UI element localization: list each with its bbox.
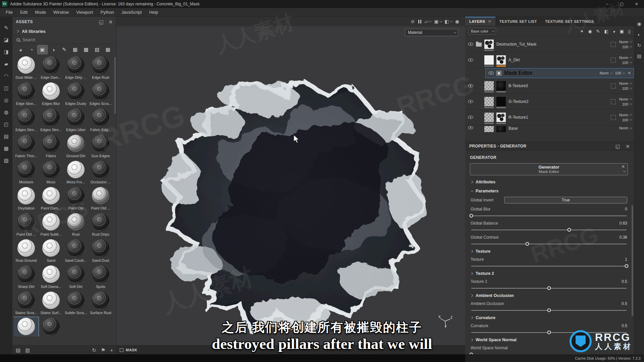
- generator-selector[interactable]: Generator Mask Editor ✕: [470, 163, 628, 175]
- close-panel-icon[interactable]: ✕: [626, 144, 630, 149]
- asset-item[interactable]: Moisture: [14, 160, 39, 186]
- menu-mode[interactable]: Mode: [31, 8, 50, 16]
- layer-content-thumbnail[interactable]: [484, 55, 494, 65]
- asset-item[interactable]: Edges Stro...: [39, 108, 63, 134]
- menu-window[interactable]: Window: [50, 8, 72, 16]
- shelf-panel-icon[interactable]: ▦: [3, 145, 10, 152]
- asset-item[interactable]: Sand Caviti...: [63, 239, 88, 265]
- visibility-eye-icon[interactable]: [468, 58, 473, 62]
- visibility-eye-icon[interactable]: [468, 116, 473, 119]
- close-tab-icon[interactable]: ✕: [488, 19, 491, 24]
- global-invert-toggle[interactable]: True: [504, 197, 627, 203]
- render-iray-icon[interactable]: ◉: [637, 21, 641, 26]
- add-paint-layer-icon[interactable]: ✎: [596, 29, 600, 34]
- asset-item[interactable]: Paint Old: [63, 186, 88, 213]
- asset-item[interactable]: Paint Subtl...: [39, 213, 63, 239]
- asset-item[interactable]: Spots: [88, 265, 113, 291]
- filter-filters-icon[interactable]: ◑: [49, 45, 58, 54]
- perspective-view-icon[interactable]: ▱: [425, 19, 431, 24]
- asset-item[interactable]: Edge Rust: [88, 56, 113, 82]
- pause-engine-icon[interactable]: [418, 20, 421, 23]
- blend-mode-dropdown[interactable]: Norm: [619, 81, 631, 85]
- shelf-list-icon[interactable]: ▤: [637, 54, 641, 58]
- smudge-tool-icon[interactable]: ◠: [3, 72, 10, 79]
- filter-smart-masks-icon[interactable]: ▣: [38, 45, 47, 54]
- asset-item[interactable]: Paint Old ...: [88, 186, 113, 213]
- shading-mode-dropdown[interactable]: Material: [405, 29, 459, 36]
- texture2-section-header[interactable]: Texture 2: [471, 271, 628, 276]
- clear-generator-icon[interactable]: ✕: [622, 164, 625, 169]
- menu-help[interactable]: Help: [146, 8, 162, 16]
- assets-scrollbar[interactable]: [114, 57, 116, 114]
- menu-edit[interactable]: Edit: [16, 8, 31, 16]
- asset-item[interactable]: Soft Dirt: [63, 265, 88, 291]
- global-contrast-slider[interactable]: [471, 244, 627, 244]
- opacity-dropdown[interactable]: 100: [622, 118, 631, 122]
- remove-effect-icon[interactable]: ✕: [628, 71, 631, 75]
- layer-mask-thumbnail[interactable]: [496, 113, 506, 122]
- polygon-fill-tool-icon[interactable]: ▰: [3, 60, 10, 67]
- asset-item[interactable]: Oxydation: [14, 186, 39, 213]
- opacity-dropdown[interactable]: 100: [622, 45, 631, 49]
- all-libraries-dropdown[interactable]: All libraries: [12, 27, 116, 36]
- geometry-view-icon[interactable]: ▣: [434, 19, 441, 24]
- layer-row-base[interactable]: Base Norm: [465, 125, 634, 132]
- layer-mask-thumbnail[interactable]: [496, 126, 506, 132]
- asset-item[interactable]: Moss Fro...: [63, 160, 88, 186]
- ao-section-header[interactable]: Ambient Occlusion: [471, 293, 628, 298]
- asset-item[interactable]: Fabric Edg...: [88, 108, 113, 134]
- paint-tool-icon[interactable]: ✎: [3, 24, 10, 31]
- blend-mode-dropdown[interactable]: Norm: [619, 126, 631, 130]
- asset-item[interactable]: Fabric Thre...: [14, 134, 39, 160]
- export-textures-icon[interactable]: ◰: [3, 121, 10, 127]
- visibility-eye-icon[interactable]: [468, 43, 473, 46]
- asset-item[interactable]: Edge Dirty ...: [63, 56, 88, 82]
- visibility-eye-icon[interactable]: [468, 126, 473, 129]
- asset-item[interactable]: Paint Dam...: [39, 186, 63, 213]
- ao-slider[interactable]: [471, 310, 627, 311]
- layer-row-folder[interactable]: Destruction_Tut_Mask Norm 100: [465, 37, 634, 52]
- filter-alphas-icon[interactable]: ▦: [70, 45, 80, 54]
- screenshot-icon[interactable]: ◉: [455, 19, 459, 24]
- layer-row-fill[interactable]: R-Texture1 Norm 100: [465, 110, 634, 125]
- add-fill-layer-icon[interactable]: ◉: [588, 29, 592, 34]
- viewport-3d[interactable]: Material X Y Z: [116, 26, 465, 345]
- parameters-section-header[interactable]: Parameters: [471, 189, 628, 193]
- add-generator-icon[interactable]: ◕: [613, 29, 615, 34]
- layer-content-thumbnail[interactable]: [484, 126, 494, 132]
- asset-item[interactable]: Gun Edges: [88, 134, 113, 160]
- layer-row-fill[interactable]: G-Texture2 Norm 100: [465, 94, 634, 110]
- layer-row-fill[interactable]: A_Dirt Norm 100: [465, 52, 634, 68]
- asset-item[interactable]: Rust Ground: [14, 239, 39, 265]
- asset-item[interactable]: Stains Scra...: [14, 291, 39, 317]
- asset-item[interactable]: Dust Wide ...: [14, 56, 39, 82]
- blend-mode-dropdown[interactable]: Norm: [600, 71, 612, 75]
- add-smart-material-icon[interactable]: ◧: [604, 29, 608, 34]
- filter-smart-materials-icon[interactable]: ◔: [27, 45, 37, 54]
- tab-layers[interactable]: LAYERS ✕: [465, 17, 495, 26]
- asset-item[interactable]: Sand Dust: [88, 239, 113, 265]
- layer-thumbnail[interactable]: [484, 40, 494, 49]
- history-icon[interactable]: ↻: [637, 43, 641, 48]
- log-panel-icon[interactable]: ▧: [3, 157, 10, 164]
- add-effect-wand-icon[interactable]: ✶: [580, 29, 584, 34]
- layer-effect-mask-editor[interactable]: Mask Editor Norm 100 ✕: [485, 68, 634, 78]
- float-panel-icon[interactable]: ◱: [615, 144, 620, 149]
- layer-content-thumbnail[interactable]: [484, 113, 494, 122]
- opacity-dropdown[interactable]: 100: [622, 61, 631, 65]
- blend-mode-dropdown[interactable]: Norm: [619, 40, 631, 44]
- asset-item[interactable]: Surface Rust: [88, 291, 113, 317]
- channel-filter-dropdown[interactable]: Base color: [469, 28, 496, 35]
- asset-search-input[interactable]: [22, 38, 100, 42]
- menu-file[interactable]: File: [2, 8, 16, 16]
- filter-textures-icon[interactable]: ▩: [81, 45, 91, 54]
- menu-viewport[interactable]: Viewport: [72, 8, 97, 16]
- camera-view-icon[interactable]: ◧: [445, 19, 452, 24]
- blend-mode-dropdown[interactable]: Norm: [619, 113, 631, 117]
- visibility-eye-icon[interactable]: [488, 71, 494, 75]
- asset-item[interactable]: Edge Dam...: [39, 56, 63, 82]
- opacity-dropdown[interactable]: 100: [622, 86, 631, 90]
- asset-item[interactable]: Sand: [39, 239, 63, 265]
- opacity-dropdown[interactable]: 100: [615, 71, 624, 75]
- asset-item[interactable]: Occlusion ...: [88, 160, 113, 186]
